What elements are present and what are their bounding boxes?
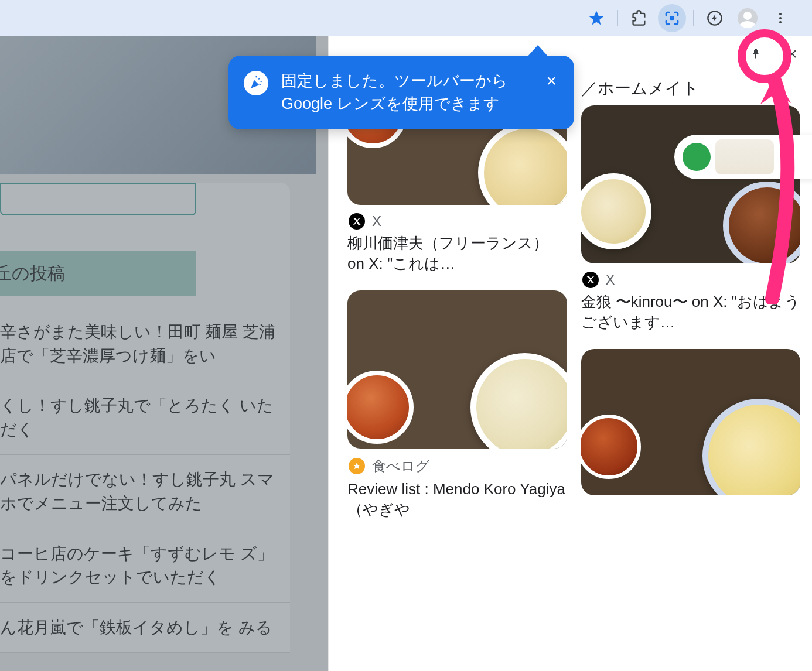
dim-overlay xyxy=(0,36,328,671)
toast-message: 固定しました。ツールバーから Google レンズを使用できます xyxy=(281,70,531,115)
pinned-toast: 固定しました。ツールバーから Google レンズを使用できます × xyxy=(228,56,574,129)
svg-point-3 xyxy=(779,17,782,19)
x-source-icon xyxy=(582,272,599,288)
svg-point-4 xyxy=(779,21,782,23)
google-lens-button[interactable] xyxy=(658,4,686,32)
lens-side-panel: × xyxy=(328,36,812,671)
pill-thumbnail xyxy=(715,139,774,174)
assist-button[interactable] xyxy=(701,4,729,32)
bookmark-star-button[interactable] xyxy=(582,4,610,32)
x-source-icon xyxy=(349,213,365,230)
close-icon: × xyxy=(546,71,557,90)
extensions-button[interactable] xyxy=(625,4,653,32)
confetti-icon xyxy=(244,71,268,95)
result-title: 柳川価津夫（フリーランス） on X: "これは… xyxy=(347,233,567,274)
circle-bolt-icon xyxy=(707,10,723,26)
tabelog-source-icon xyxy=(349,458,365,474)
lens-search-pill[interactable] xyxy=(674,135,812,179)
results-column-1: X 柳川価津夫（フリーランス） on X: "これは… 食べログ xyxy=(347,76,567,536)
browser-menu-button[interactable] xyxy=(766,4,794,32)
page-content-dimmed: 丘の投稿 辛さがまた美味しい！田町 麺屋 芝浦店で「芝辛濃厚つけ麺」をい くし！… xyxy=(0,36,328,671)
result-title: ／ホームメイト xyxy=(581,77,801,100)
svg-point-2 xyxy=(779,13,782,15)
menu-dots-icon xyxy=(773,11,787,25)
extensions-icon xyxy=(631,10,647,26)
result-card[interactable]: ／ホームメイト xyxy=(581,76,801,100)
pin-icon xyxy=(749,47,763,61)
profile-button[interactable] xyxy=(733,4,762,32)
result-source-label: X xyxy=(372,213,381,230)
result-image xyxy=(581,105,801,263)
pill-source-icon xyxy=(683,143,711,171)
main-area: 丘の投稿 辛さがまた美味しい！田町 麺屋 芝浦店で「芝辛濃厚つけ麺」をい くし！… xyxy=(0,36,812,671)
result-image xyxy=(347,290,567,449)
result-source-label: 食べログ xyxy=(372,457,430,475)
result-card[interactable]: 食べログ Review list : Mendo Koro Yagiya （やぎ… xyxy=(347,290,567,520)
toast-close-button[interactable]: × xyxy=(544,70,559,92)
result-title: Review list : Mendo Koro Yagiya （やぎや xyxy=(347,479,567,520)
toolbar-separator xyxy=(693,10,694,26)
star-icon xyxy=(588,9,605,27)
result-card[interactable] xyxy=(581,349,801,495)
result-title: 金狼 〜kinrou〜 on X: "おはようございます… xyxy=(581,292,801,333)
profile-avatar-icon xyxy=(738,8,758,28)
close-panel-button[interactable]: × xyxy=(783,44,801,63)
lens-icon xyxy=(663,9,681,27)
svg-point-0 xyxy=(670,16,674,20)
close-icon: × xyxy=(787,44,797,64)
pin-panel-button[interactable] xyxy=(746,44,765,63)
toolbar-separator xyxy=(617,10,618,26)
browser-toolbar xyxy=(0,0,812,36)
result-image xyxy=(581,349,801,495)
result-source-label: X xyxy=(606,272,615,288)
